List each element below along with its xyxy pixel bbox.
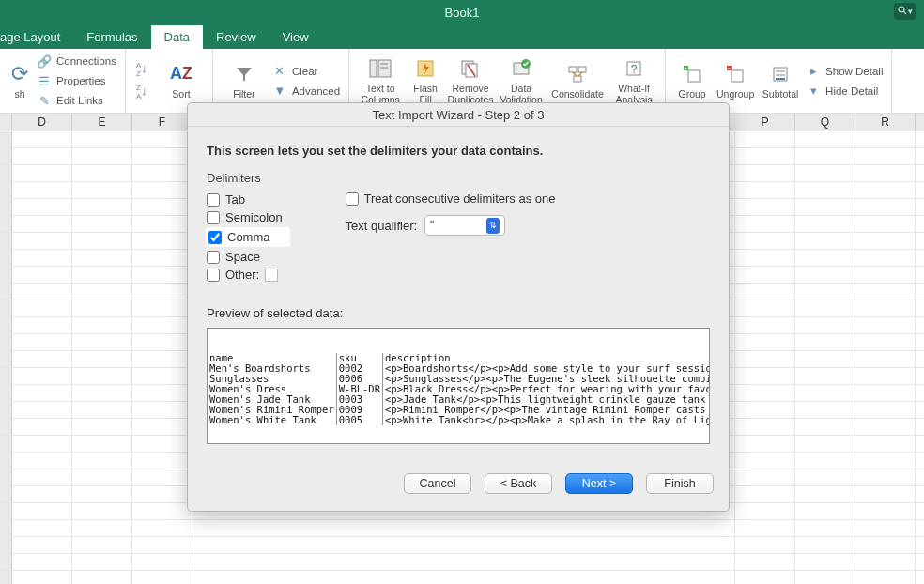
svg-rect-12 <box>569 67 577 72</box>
delimiter-other-row[interactable]: Other: <box>207 268 289 282</box>
show-detail-button[interactable]: ▸Show Detail <box>803 63 886 79</box>
col-F[interactable]: F <box>132 114 192 131</box>
clear-icon: ✕ <box>272 64 287 78</box>
delimiter-other-checkbox[interactable] <box>207 269 220 282</box>
back-button[interactable]: < Back <box>485 473 552 494</box>
consolidate-label: Consolidate <box>551 89 603 100</box>
what-if-button[interactable]: ? What-If Analysis <box>608 52 659 110</box>
svg-rect-2 <box>370 60 377 77</box>
tab-review[interactable]: Review <box>203 25 270 49</box>
corner-header[interactable] <box>0 114 12 131</box>
group-icon: + <box>683 61 701 87</box>
ribbon-tabs: age Layout Formulas Data Review View <box>0 24 924 49</box>
hide-detail-label: Hide Detail <box>825 85 878 97</box>
delimiter-space-row[interactable]: Space <box>207 250 289 264</box>
svg-line-1 <box>903 11 906 14</box>
edit-links-button[interactable]: ✎Edit Links <box>34 93 119 109</box>
filter-button[interactable]: Filter <box>219 52 270 110</box>
help-search-button[interactable]: ▾ <box>894 3 916 20</box>
ungroup-button[interactable]: − Ungroup <box>713 52 758 110</box>
delimiter-tab-row[interactable]: Tab <box>207 192 289 207</box>
data-validation-button[interactable]: Data Validation <box>496 52 547 110</box>
svg-point-0 <box>899 7 904 12</box>
delimiter-space-label: Space <box>225 250 260 264</box>
delimiter-other-input[interactable] <box>265 269 278 282</box>
refresh-all-button[interactable]: ⟳ sh <box>6 52 34 110</box>
advanced-label: Advanced <box>292 85 340 97</box>
connections-list: 🔗Connections ☰Properties ✎Edit Links <box>34 54 119 109</box>
subtotal-label: Subtotal <box>762 89 799 100</box>
text-to-columns-icon <box>369 55 392 82</box>
detail-buttons: ▸Show Detail ▾Hide Detail <box>803 63 886 99</box>
group-button[interactable]: + Group <box>671 52 713 110</box>
sort-button[interactable]: AZ Sort <box>156 52 207 110</box>
refresh-label: sh <box>14 89 24 100</box>
preview-label: Preview of selected data: <box>207 306 710 320</box>
dialog-body: This screen lets you set the delimiters … <box>188 127 729 468</box>
col-D[interactable]: D <box>12 114 72 131</box>
delimiter-comma-checkbox[interactable] <box>208 231 222 244</box>
tab-data[interactable]: Data <box>151 25 203 49</box>
col-Q[interactable]: Q <box>795 114 855 131</box>
svg-rect-14 <box>574 76 581 82</box>
show-detail-label: Show Detail <box>825 66 883 77</box>
subtotal-icon <box>771 61 790 87</box>
properties-button[interactable]: ☰Properties <box>34 73 119 89</box>
advanced-icon: ▼ <box>272 84 287 98</box>
window-titlebar: Book1 ▾ <box>0 0 924 24</box>
delimiter-space-checkbox[interactable] <box>207 251 220 264</box>
delimiter-tab-label: Tab <box>225 192 245 207</box>
dialog-description: This screen lets you set the delimiters … <box>207 144 710 158</box>
sort-quick: AZ↓ ZA↓ <box>131 60 152 101</box>
consolidate-button[interactable]: Consolidate <box>547 52 608 110</box>
data-validation-icon <box>512 55 531 82</box>
text-qualifier-select[interactable]: " ⇅ <box>424 215 505 236</box>
svg-text:+: + <box>685 65 688 70</box>
treat-consecutive-checkbox[interactable] <box>346 192 359 206</box>
preview-box: nameskudescriptionMen's Boardshorts0002<… <box>207 328 710 444</box>
tab-formulas[interactable]: Formulas <box>73 25 150 49</box>
flash-fill-button[interactable]: Flash Fill <box>406 52 445 110</box>
col-R[interactable]: R <box>855 114 916 131</box>
sort-asc-button[interactable]: AZ↓ <box>131 60 152 79</box>
col-E[interactable]: E <box>72 114 132 131</box>
text-qualifier-value: " <box>430 219 434 232</box>
delimiter-comma-label: Comma <box>227 230 270 244</box>
remove-duplicates-button[interactable]: Remove Duplicates <box>445 52 496 110</box>
col-P[interactable]: P <box>735 114 795 131</box>
sort-desc-button[interactable]: ZA↓ <box>131 83 152 101</box>
clear-filter-button[interactable]: ✕Clear <box>270 63 343 79</box>
text-qualifier-label: Text qualifier: <box>346 219 418 233</box>
svg-text:−: − <box>728 65 732 70</box>
delimiter-semicolon-row[interactable]: Semicolon <box>207 210 289 224</box>
svg-rect-13 <box>578 67 586 72</box>
finish-button[interactable]: Finish <box>646 473 714 494</box>
delimiter-tab-checkbox[interactable] <box>207 193 220 207</box>
tab-page-layout[interactable]: age Layout <box>0 25 73 49</box>
group-label: Group <box>679 89 706 100</box>
dialog-title: Text Import Wizard - Step 2 of 3 <box>188 103 729 127</box>
svg-rect-20 <box>732 70 743 82</box>
edit-links-label: Edit Links <box>56 95 103 106</box>
sort-icon: AZ <box>170 61 192 87</box>
text-qualifier-row: Text qualifier: " ⇅ <box>346 215 556 236</box>
treat-consecutive-row[interactable]: Treat consecutive delimiters as one <box>346 192 556 206</box>
advanced-filter-button[interactable]: ▼Advanced <box>270 83 343 99</box>
filter-extra: ✕Clear ▼Advanced <box>270 63 343 99</box>
svg-text:?: ? <box>631 63 638 76</box>
connections-button[interactable]: 🔗Connections <box>34 54 119 69</box>
delimiter-options: Treat consecutive delimiters as one Text… <box>346 171 556 282</box>
subtotal-button[interactable]: Subtotal <box>758 52 803 110</box>
hide-detail-button[interactable]: ▾Hide Detail <box>803 83 886 99</box>
search-icon <box>898 6 907 17</box>
chevron-updown-icon: ⇅ <box>486 218 500 234</box>
text-import-wizard-dialog: Text Import Wizard - Step 2 of 3 This sc… <box>187 102 730 512</box>
tab-view[interactable]: View <box>270 25 322 49</box>
text-to-columns-button[interactable]: Text to Columns <box>355 52 406 110</box>
delimiter-comma-row[interactable]: Comma <box>207 228 289 246</box>
next-button[interactable]: Next > <box>565 473 633 494</box>
clear-label: Clear <box>292 66 317 77</box>
delimiter-semicolon-checkbox[interactable] <box>207 211 220 224</box>
sort-desc-icon: ZA↓ <box>134 84 149 100</box>
cancel-button[interactable]: Cancel <box>404 473 471 494</box>
